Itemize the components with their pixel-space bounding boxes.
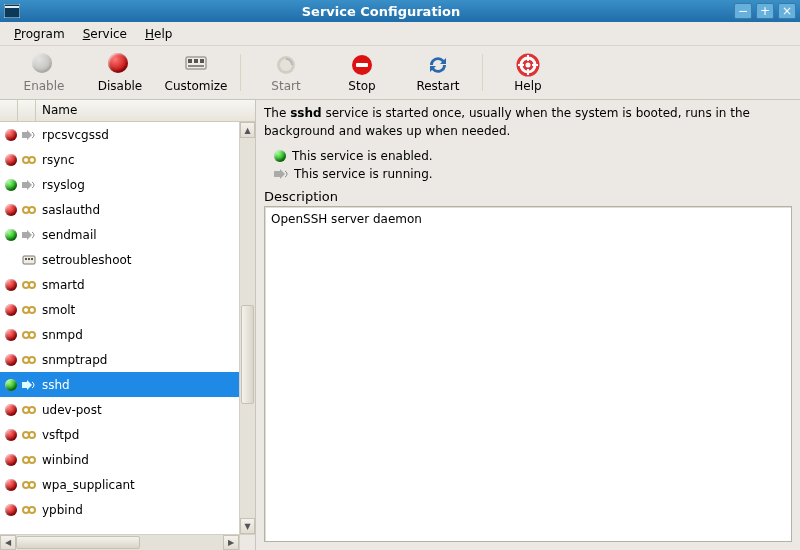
start-icon: [274, 53, 298, 77]
description-label: Description: [264, 189, 792, 204]
service-name: winbind: [38, 453, 237, 467]
status-dot-icon: [5, 454, 17, 466]
list-item[interactable]: setroubleshoot: [0, 247, 239, 272]
list-item[interactable]: snmpd: [0, 322, 239, 347]
svg-rect-11: [356, 63, 368, 67]
svg-point-33: [29, 282, 35, 288]
svg-rect-29: [25, 258, 27, 260]
indicator-cell: [20, 454, 38, 466]
window-titlebar: Service Configuration − + ×: [0, 0, 800, 22]
indicator-cell: [20, 204, 38, 216]
status-dot-icon: [5, 379, 17, 391]
list-item[interactable]: rpcsvcgssd: [0, 122, 239, 147]
svg-point-43: [29, 407, 35, 413]
service-name: smartd: [38, 278, 237, 292]
list-item[interactable]: wpa_supplicant: [0, 472, 239, 497]
svg-rect-16: [518, 64, 524, 66]
service-name: snmptrapd: [38, 353, 237, 367]
svg-rect-17: [532, 64, 538, 66]
status-cell: [2, 354, 20, 366]
list-item[interactable]: smartd: [0, 272, 239, 297]
list-item[interactable]: smolt: [0, 297, 239, 322]
menu-help[interactable]: Help: [137, 25, 180, 43]
indicator-cell: [20, 154, 38, 166]
status-dot-icon: [5, 279, 17, 291]
service-name: ypbind: [38, 503, 237, 517]
toolbar-separator-2: [482, 54, 484, 91]
list-item[interactable]: sshd: [0, 372, 239, 397]
list-header: Name: [0, 100, 255, 122]
list-item[interactable]: winbind: [0, 447, 239, 472]
list-item[interactable]: udev-post: [0, 397, 239, 422]
status-cell: [2, 454, 20, 466]
list-item[interactable]: saslauthd: [0, 197, 239, 222]
service-list[interactable]: rpcsvcgssdrsyncrsyslogsaslauthdsendmails…: [0, 122, 239, 534]
status-cell: [2, 429, 20, 441]
toolbar: Enable Disable Customize Start Stop Rest…: [0, 46, 800, 100]
list-item[interactable]: sendmail: [0, 222, 239, 247]
stop-label: Stop: [348, 79, 375, 93]
restart-label: Restart: [416, 79, 459, 93]
close-button[interactable]: ×: [778, 3, 796, 19]
toolbar-separator: [240, 54, 242, 91]
service-name: udev-post: [38, 403, 237, 417]
status-cell: [2, 304, 20, 316]
list-item[interactable]: ypbind: [0, 497, 239, 522]
stop-button[interactable]: Stop: [324, 50, 400, 95]
list-item[interactable]: snmptrapd: [0, 347, 239, 372]
customize-icon: [184, 53, 208, 77]
disable-button[interactable]: Disable: [82, 50, 158, 95]
restart-button[interactable]: Restart: [400, 50, 476, 95]
svg-rect-26: [22, 232, 27, 238]
service-name: rsyslog: [38, 178, 237, 192]
status-dot-icon: [5, 504, 17, 516]
list-item[interactable]: rsync: [0, 147, 239, 172]
status-cell: [2, 504, 20, 516]
disable-icon: [108, 53, 132, 77]
scroll-track[interactable]: [240, 138, 255, 518]
list-header-status-col[interactable]: [0, 100, 18, 121]
scroll-up-button[interactable]: ▲: [240, 122, 255, 138]
help-button[interactable]: Help: [490, 50, 566, 95]
list-item[interactable]: rsyslog: [0, 172, 239, 197]
enable-icon: [32, 53, 56, 77]
start-button[interactable]: Start: [248, 50, 324, 95]
customize-button[interactable]: Customize: [158, 50, 234, 95]
description-box: OpenSSH server daemon: [264, 206, 792, 542]
scroll-left-button[interactable]: ◀: [0, 535, 16, 550]
service-name: setroubleshoot: [38, 253, 237, 267]
indicator-cell: [20, 429, 38, 441]
maximize-button[interactable]: +: [756, 3, 774, 19]
enabled-icon: [274, 150, 286, 162]
svg-rect-31: [31, 258, 33, 260]
list-header-indicator-col[interactable]: [18, 100, 36, 121]
scroll-down-button[interactable]: ▼: [240, 518, 255, 534]
svg-point-49: [29, 482, 35, 488]
menu-service[interactable]: Service: [75, 25, 135, 43]
hscroll-thumb[interactable]: [16, 536, 140, 549]
status-dot-icon: [5, 154, 17, 166]
hscroll-track[interactable]: [16, 535, 223, 550]
scroll-thumb[interactable]: [241, 305, 254, 404]
horizontal-scrollbar[interactable]: ◀ ▶: [0, 534, 239, 550]
list-item[interactable]: vsftpd: [0, 422, 239, 447]
window-title: Service Configuration: [28, 4, 734, 19]
status-dot-icon: [5, 479, 17, 491]
svg-marker-53: [280, 169, 285, 179]
enable-button[interactable]: Enable: [6, 50, 82, 95]
stop-icon: [350, 53, 374, 77]
indicator-cell: [20, 404, 38, 416]
service-info-text: The sshd service is started once, usuall…: [264, 104, 792, 139]
vertical-scrollbar[interactable]: ▲ ▼: [239, 122, 255, 534]
menu-program[interactable]: Program: [6, 25, 73, 43]
svg-rect-15: [527, 69, 529, 75]
status-cell: [2, 404, 20, 416]
status-cell: [2, 229, 20, 241]
status-dot-icon: [5, 204, 17, 216]
minimize-button[interactable]: −: [734, 3, 752, 19]
svg-rect-5: [194, 59, 198, 63]
list-header-name-col[interactable]: Name: [36, 100, 255, 121]
svg-point-35: [29, 307, 35, 313]
scroll-right-button[interactable]: ▶: [223, 535, 239, 550]
svg-rect-40: [22, 382, 27, 388]
